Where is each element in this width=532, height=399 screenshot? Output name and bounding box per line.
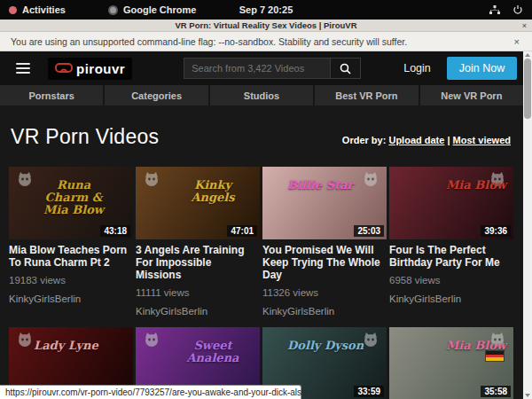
- scroll-down-icon[interactable]: [525, 394, 530, 397]
- system-clock[interactable]: Sep 7 20:25: [0, 4, 532, 15]
- thumbnail-overlay-text: Sweet Analena: [173, 340, 253, 364]
- search-input[interactable]: [184, 58, 331, 79]
- scroll-up-icon[interactable]: [525, 53, 530, 57]
- studio-logo-icon: [143, 331, 160, 348]
- order-by-label: Order by:: [342, 135, 387, 145]
- browser-tab-strip: VR Porn: Virtual Reality Sex Videos | Pi…: [0, 20, 532, 32]
- studio-logo-icon: [16, 331, 34, 348]
- thumbnail-overlay-text: Runa Charm & Mia Blow: [34, 179, 113, 216]
- network-icon[interactable]: [489, 5, 500, 15]
- thumbnail-overlay-text: Billie Star: [287, 179, 353, 192]
- video-card: Kinky Angels 47:01 3 Angels Are Training…: [136, 167, 260, 317]
- german-flag-icon: [485, 350, 505, 362]
- video-grid: Runa Charm & Mia Blow 43:18 Mia Blow Tea…: [9, 167, 523, 399]
- search-icon: [340, 63, 351, 74]
- warning-close-icon[interactable]: ×: [514, 36, 520, 47]
- nav-item-categories[interactable]: Categories: [105, 85, 207, 106]
- video-title-link[interactable]: Mia Blow Teaches Porn To Runa Charm Pt 2: [9, 244, 133, 269]
- site-logo[interactable]: pirouvr: [48, 58, 132, 80]
- status-url-bubble: https://pirouvr.com/vr-porn-video/779325…: [0, 385, 301, 399]
- scrollbar-thumb[interactable]: [524, 59, 531, 119]
- main-nav: Pornstars Categories Studios Best VR Por…: [0, 85, 523, 106]
- sandbox-warning-bar: You are using an unsupported command-lin…: [0, 32, 532, 51]
- order-upload-date-link[interactable]: Upload date: [388, 135, 444, 145]
- search-button[interactable]: [331, 58, 361, 79]
- login-link[interactable]: Login: [403, 62, 431, 74]
- nav-item-studios[interactable]: Studios: [210, 85, 313, 106]
- duration-badge: 47:01: [227, 225, 257, 237]
- order-by: Order by: Upload date | Most viewed: [342, 135, 511, 145]
- vr-headset-icon: [55, 63, 73, 74]
- power-icon[interactable]: [512, 4, 523, 15]
- studio-logo-icon: [16, 170, 34, 188]
- video-card: Mia Blow 39:36 Four Is The Perfect Birth…: [389, 167, 513, 317]
- video-title-link[interactable]: You Promised We Will Keep Trying The Who…: [262, 244, 387, 281]
- studio-link[interactable]: KinkyGirlsBerlin: [136, 306, 260, 317]
- video-title-link[interactable]: Four Is The Perfect Birthday Party For M…: [389, 244, 513, 269]
- hamburger-menu-icon[interactable]: [16, 60, 30, 76]
- video-thumbnail[interactable]: Runa Charm & Mia Blow 43:18: [9, 167, 133, 239]
- site-header: pirouvr Login Join Now: [0, 51, 523, 85]
- thumbnail-overlay-text: Mia Blow: [446, 179, 506, 192]
- browser-scrollbar[interactable]: [523, 51, 532, 399]
- page-title: VR Porn Videos: [11, 125, 159, 149]
- video-thumbnail[interactable]: Kinky Angels 47:01: [136, 167, 260, 239]
- video-views: 6958 views: [389, 275, 513, 286]
- video-views: 19183 views: [9, 275, 133, 286]
- thumbnail-overlay-text: Lady Lyne: [34, 340, 98, 352]
- studio-link[interactable]: KinkyGirlsBerlin: [389, 293, 513, 304]
- video-views: 11326 views: [262, 287, 387, 298]
- duration-badge: 33:59: [354, 386, 384, 397]
- join-now-button[interactable]: Join Now: [447, 57, 517, 80]
- nav-item-best-vr[interactable]: Best VR Porn: [315, 85, 418, 106]
- video-thumbnail[interactable]: Billie Star 25:03: [262, 167, 387, 239]
- order-most-viewed-link[interactable]: Most viewed: [453, 135, 511, 145]
- studio-link[interactable]: KinkyGirlsBerlin: [9, 293, 133, 304]
- video-card: Runa Charm & Mia Blow 43:18 Mia Blow Tea…: [9, 167, 133, 317]
- thumbnail-overlay-text: Kinky Angels: [173, 179, 253, 204]
- nav-item-pornstars[interactable]: Pornstars: [0, 85, 103, 106]
- duration-badge: 43:18: [100, 225, 130, 237]
- duration-badge: 35:58: [481, 386, 511, 397]
- webpage-viewport: pirouvr Login Join Now Pornstars Categor…: [0, 51, 523, 399]
- studio-logo-icon: [362, 170, 379, 188]
- search-bar: [184, 58, 361, 79]
- studio-logo-icon: [362, 331, 379, 348]
- video-card: Mia Blow 35:58 Milf Teaches The Teacher …: [389, 327, 513, 399]
- video-card: Billie Star 25:03 You Promised We Will K…: [262, 167, 387, 317]
- studio-logo-icon: [143, 170, 160, 188]
- video-views: 11111 views: [136, 287, 260, 298]
- tab-close-icon[interactable]: ×: [522, 21, 527, 30]
- video-thumbnail[interactable]: Mia Blow 35:58: [389, 327, 513, 399]
- duration-badge: 39:36: [481, 225, 511, 237]
- thumbnail-overlay-text: Dolly Dyson: [287, 340, 364, 352]
- nav-item-new-vr[interactable]: New VR Porn: [420, 85, 523, 106]
- duration-badge: 25:03: [354, 225, 384, 237]
- warning-text: You are using an unsupported command-lin…: [11, 36, 407, 47]
- logo-text: pirouvr: [76, 61, 125, 76]
- browser-tab-title[interactable]: VR Porn: Virtual Reality Sex Videos | Pi…: [0, 20, 532, 30]
- system-top-bar: Activities Google Chrome Sep 7 20:25: [0, 0, 532, 20]
- studio-link[interactable]: KinkyGirlsBerlin: [262, 306, 387, 317]
- video-title-link[interactable]: 3 Angels Are Training For Impossible Mis…: [136, 244, 260, 281]
- video-thumbnail[interactable]: Mia Blow 39:36: [389, 167, 513, 239]
